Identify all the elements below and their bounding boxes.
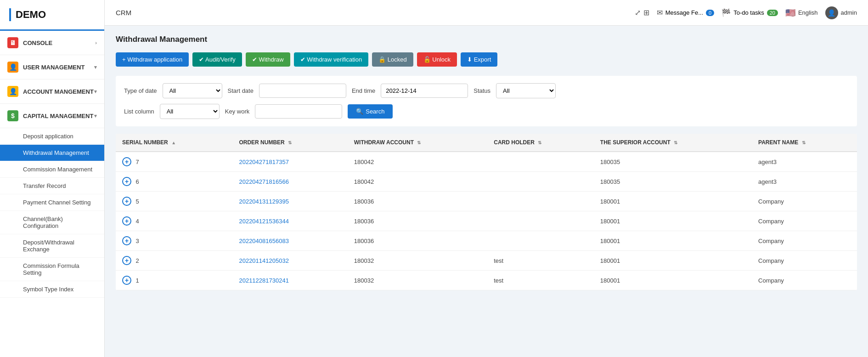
audit-verify-button[interactable]: ✔ Audit/Verify	[192, 52, 242, 67]
console-label: CONSOLE	[23, 40, 52, 46]
user-menu[interactable]: 👤 admin	[825, 6, 857, 19]
expand-icon-group[interactable]: ⤢ ⊞	[635, 8, 649, 17]
sidebar-sub-withdrawal-management[interactable]: Withdrawal Management	[0, 145, 104, 161]
filter-section: Type of date All Created Date Updated Da…	[116, 76, 857, 126]
cell-superior-5: 180001	[594, 251, 752, 271]
locked-label: 🔒 Locked	[378, 56, 407, 63]
sidebar-sub-symbol-type-index[interactable]: Symbol Type Index	[0, 281, 104, 298]
row-expand-btn-0[interactable]: +	[122, 157, 131, 166]
cell-serial-2: + 5	[116, 192, 232, 211]
order-link-5[interactable]: 202201141205032	[239, 257, 288, 264]
col-serial-number: SERIAL NUMBER ▲	[116, 134, 232, 152]
locked-button[interactable]: 🔒 Locked	[372, 52, 413, 67]
row-expand-btn-2[interactable]: +	[122, 197, 131, 206]
sort-icon-parent[interactable]: ⇅	[802, 140, 806, 145]
search-icon: 🔍	[356, 108, 363, 115]
sidebar-item-account-management[interactable]: 👤 ACCOUNT MANGEMENT ▾	[0, 79, 104, 104]
order-link-0[interactable]: 202204271817357	[239, 159, 288, 165]
search-button[interactable]: 🔍 Search	[348, 104, 393, 119]
sort-icon-withdraw[interactable]: ⇅	[417, 140, 421, 145]
col-withdraw-account: WITHDRAW ACCOUNT ⇅	[348, 134, 487, 152]
cell-withdraw-5: 180032	[348, 251, 487, 271]
page-title: Withdrawal Management	[116, 35, 857, 44]
row-expand-btn-5[interactable]: +	[122, 256, 131, 265]
filter-row-1: Type of date All Created Date Updated Da…	[124, 83, 849, 98]
cell-card-3	[487, 211, 594, 231]
logo-text: DEMO	[16, 9, 46, 21]
cell-superior-1: 180035	[594, 172, 752, 192]
cell-order-6[interactable]: 202112281730241	[232, 271, 347, 290]
cell-superior-3: 180001	[594, 211, 752, 231]
language-group[interactable]: 🇺🇸 English	[785, 8, 818, 18]
console-icon: 🖥	[7, 37, 18, 48]
topbar: CRM ⤢ ⊞ ✉ Message Fe... 0 🏁 To-do tasks …	[105, 0, 868, 26]
sort-icon-superior[interactable]: ⇅	[674, 140, 677, 145]
cell-order-0[interactable]: 202204271817357	[232, 152, 347, 172]
table-row: + 6 202204271816566 180042 180035 agent3	[116, 172, 857, 192]
cell-order-5[interactable]: 202201141205032	[232, 251, 347, 271]
status-select[interactable]: All Pending Approved Rejected	[496, 83, 556, 98]
sidebar-sub-commission-formula-setting[interactable]: Commission Formula Setting	[0, 258, 104, 281]
withdraw-verification-button[interactable]: ✔ Withdraw verification	[294, 52, 369, 67]
cell-serial-6: + 1	[116, 271, 232, 290]
order-link-2[interactable]: 202204131129395	[239, 198, 288, 205]
sort-icon-order[interactable]: ⇅	[288, 140, 292, 145]
cell-withdraw-0: 180042	[348, 152, 487, 172]
cell-order-2[interactable]: 202204131129395	[232, 192, 347, 211]
audit-verify-label: ✔ Audit/Verify	[199, 56, 236, 63]
data-table: SERIAL NUMBER ▲ ORDER NUMBER ⇅ WITHDRAW …	[116, 134, 857, 290]
order-link-3[interactable]: 202204121536344	[239, 218, 288, 225]
type-of-date-select[interactable]: All Created Date Updated Date	[163, 83, 222, 98]
end-time-input[interactable]	[381, 84, 468, 98]
message-group[interactable]: ✉ Message Fe... 0	[657, 8, 715, 17]
cell-card-6: test	[487, 271, 594, 290]
unlock-button[interactable]: 🔓 Unlock	[417, 52, 457, 67]
order-link-6[interactable]: 202112281730241	[239, 277, 288, 284]
sidebar-item-user-management[interactable]: 👤 USER MANAGEMENT ▾	[0, 55, 104, 79]
cell-parent-6: Company	[752, 271, 857, 290]
order-link-1[interactable]: 202204271816566	[239, 178, 288, 185]
list-column-select[interactable]: All	[160, 104, 220, 119]
todo-group[interactable]: 🏁 To-do tasks 20	[721, 8, 778, 17]
key-work-input[interactable]	[255, 104, 342, 119]
cell-order-4[interactable]: 202204081656083	[232, 231, 347, 251]
row-expand-btn-3[interactable]: +	[122, 216, 131, 226]
cell-superior-0: 180035	[594, 152, 752, 172]
withdraw-label: ✔ Withdraw	[252, 56, 284, 63]
sidebar-item-console[interactable]: 🖥 CONSOLE ›	[0, 31, 104, 55]
row-expand-btn-1[interactable]: +	[122, 177, 131, 186]
content-area: Withdrawal Management + Withdraw applica…	[105, 26, 868, 357]
sort-icon-serial[interactable]: ▲	[171, 140, 176, 145]
export-button[interactable]: ⬇ Export	[461, 52, 497, 67]
order-link-4[interactable]: 202204081656083	[239, 238, 288, 244]
user-management-icon: 👤	[7, 62, 18, 73]
row-expand-btn-4[interactable]: +	[122, 236, 131, 245]
sidebar-sub-channel-bank-config[interactable]: Channel(Bank) Configuration	[0, 211, 104, 234]
row-expand-btn-6[interactable]: +	[122, 276, 131, 285]
cell-withdraw-6: 180032	[348, 271, 487, 290]
unlock-label: 🔓 Unlock	[423, 56, 451, 63]
cell-parent-5: Company	[752, 251, 857, 271]
sidebar-sub-commission-management[interactable]: Commission Management	[0, 161, 104, 178]
account-management-icon: 👤	[7, 86, 18, 97]
cell-card-5: test	[487, 251, 594, 271]
sort-icon-card[interactable]: ⇅	[538, 140, 541, 145]
table-row: + 4 202204121536344 180036 180001 Compan…	[116, 211, 857, 231]
sidebar-item-capital-management[interactable]: $ CAPITAL MANAGEMENT ▾	[0, 104, 104, 128]
withdraw-button[interactable]: ✔ Withdraw	[246, 52, 290, 67]
start-date-label: Start date	[228, 87, 254, 94]
start-date-input[interactable]	[259, 84, 346, 98]
withdraw-application-button[interactable]: + Withdraw application	[116, 52, 189, 67]
col-parent-name: PARENT NAME ⇅	[752, 134, 857, 152]
main-area: CRM ⤢ ⊞ ✉ Message Fe... 0 🏁 To-do tasks …	[105, 0, 868, 357]
sidebar-sub-deposit-withdrawal-exchange[interactable]: Deposit/Withdrawal Exchange	[0, 234, 104, 258]
sidebar-sub-transfer-record[interactable]: Transfer Record	[0, 178, 104, 194]
table-body: + 7 202204271817357 180042 180035 agent3…	[116, 152, 857, 290]
cell-superior-6: 180001	[594, 271, 752, 290]
cell-parent-0: agent3	[752, 152, 857, 172]
sidebar-sub-deposit-application[interactable]: Deposit application	[0, 128, 104, 145]
sidebar-sub-payment-channel-setting[interactable]: Payment Channel Setting	[0, 194, 104, 211]
cell-order-3[interactable]: 202204121536344	[232, 211, 347, 231]
cell-order-1[interactable]: 202204271816566	[232, 172, 347, 192]
console-arrow: ›	[95, 40, 97, 45]
